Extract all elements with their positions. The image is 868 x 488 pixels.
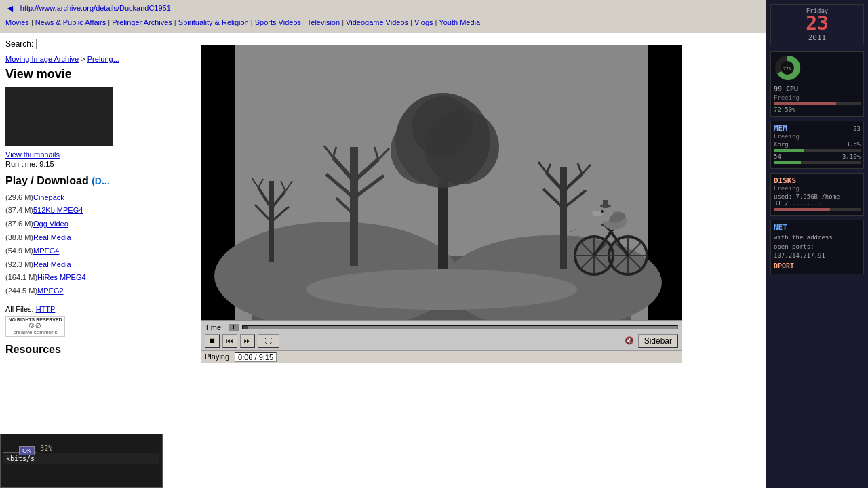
breadcrumb-sep: > (81, 55, 87, 63)
creative-commons-badge: NO RIGHTS RESERVED ©∅ creative commons (5, 316, 65, 337)
disks-title: DISKS (774, 176, 796, 185)
url-bar-row: ◄ http://www.archive.org/details/Duckand… (0, 1, 766, 15)
video-area: Time: ⏸ ⏹ ⏮ ⏭ ⛶ (201, 39, 761, 356)
page-title: View movie (5, 67, 195, 81)
progress-row: Time: ⏸ (205, 323, 678, 331)
list-item: (37.6 M)Ogg Video (5, 218, 195, 231)
search-row: Search: (5, 39, 195, 49)
list-item: (164.1 M)HiRes MPEG4 (5, 271, 195, 285)
download-links-list: (29.6 M)Cinepack (37.4 M)512Kb MPEG4 (37… (5, 191, 195, 298)
list-item: (38.8 M)Real Media (5, 231, 195, 245)
mem-bar-1 (774, 149, 861, 152)
realmedia-2-link[interactable]: Real Media (33, 260, 71, 268)
controls-right: 🔇 Sidebar (625, 334, 678, 348)
nav-videogame[interactable]: Videogame Videos (346, 18, 408, 26)
nav-spirituality[interactable]: Spirituality & Religion (178, 18, 249, 26)
cc-no-rights: NO RIGHTS RESERVED (8, 317, 62, 322)
mpeg2-link[interactable]: MPEG2 (37, 287, 64, 295)
nav-prelinger[interactable]: Prelinger Archives (112, 18, 172, 26)
mem-bar-2 (774, 161, 861, 164)
svg-point-61 (601, 210, 604, 213)
nav-sports[interactable]: Sports Videos (255, 18, 301, 26)
http-link[interactable]: HTTP (36, 305, 56, 313)
video-player: Time: ⏸ ⏹ ⏮ ⏭ ⛶ (201, 45, 682, 320)
cpu-section: 72% 99 CPU Freeing 72.50% (770, 51, 864, 117)
cpu-title: 99 CPU (774, 85, 861, 93)
svg-point-30 (412, 96, 473, 157)
playing-label: Playing (205, 352, 229, 362)
video-svg (201, 45, 682, 320)
cpu-value: 72.50% (774, 106, 861, 113)
disk-bar (774, 208, 861, 211)
nav-youth[interactable]: Youth Media (439, 18, 480, 26)
progress-fill (243, 326, 247, 329)
terminal-line-1: ________ ________ (3, 437, 159, 445)
list-item: (37.4 M)512Kb MPEG4 (5, 204, 195, 218)
browser-area: ◄ http://www.archive.org/details/Duckand… (0, 0, 766, 488)
url-display: http://www.archive.org/details/DuckandC1… (20, 4, 171, 12)
list-item: (92.3 M)Real Media (5, 258, 195, 272)
mpeg4-link[interactable]: MPEG4 (33, 247, 60, 255)
video-frame[interactable] (201, 45, 682, 320)
svg-rect-31 (560, 167, 567, 269)
next-frame-button[interactable]: ⏭ (240, 334, 255, 348)
realmedia-1-link[interactable]: Real Media (33, 233, 71, 241)
back-button[interactable]: ◄ (5, 3, 15, 14)
sidebar-button[interactable]: Sidebar (638, 334, 678, 348)
cpu-subtitle: Freeing (774, 94, 861, 101)
time-label: Time: (205, 323, 223, 331)
system-panel: Friday 23 2011 72% 99 CPU Freeing 72.50%… (766, 0, 868, 488)
top-nav: ◄ http://www.archive.org/details/Duckand… (0, 0, 766, 33)
svg-text:72%: 72% (783, 66, 792, 72)
cc-icons: ©∅ (29, 322, 41, 329)
list-item: (54.9 M)MPEG4 (5, 245, 195, 258)
terminal-input-text: kbits/s (6, 455, 35, 462)
search-label: Search: (5, 39, 33, 49)
cpu-chart: 72% (774, 54, 801, 81)
time-display: 0:06 / 9:15 (235, 352, 277, 362)
breadcrumb-prelinger[interactable]: Prelung... (87, 55, 119, 63)
progress-bar[interactable] (242, 325, 678, 329)
nav-movies[interactable]: Movies (5, 18, 29, 26)
hires-mpeg4-link[interactable]: HiRes MPEG4 (37, 273, 86, 281)
breadcrumb: Moving Image Archive > Prelung... (5, 55, 195, 63)
mpeg4-512kb-link[interactable]: 512Kb MPEG4 (33, 206, 83, 214)
page-content: Search: Moving Image Archive > Prelung..… (0, 33, 766, 361)
video-controls-bar: Time: ⏸ ⏹ ⏮ ⏭ ⛶ (201, 320, 682, 350)
cc-label: creative commons (14, 329, 58, 336)
pause-icon-small[interactable]: ⏸ (229, 324, 239, 331)
net-info: with the address open ports: 107.214.217… (774, 233, 861, 271)
runtime-display: Run time: 9:15 (5, 160, 195, 168)
cinepack-link[interactable]: Cinepack (33, 193, 64, 201)
view-thumbnails-link[interactable]: View thumbnails (5, 150, 195, 159)
cpu-bar (774, 102, 861, 105)
controls-left: ⏹ ⏮ ⏭ ⛶ (205, 334, 279, 348)
dport-label: DPORT (774, 261, 861, 271)
disk-subtitle: Freeing (774, 185, 861, 192)
clock-date: 23 (774, 14, 861, 33)
list-item: (29.6 M)Cinepack (5, 191, 195, 205)
download-link[interactable]: (D... (92, 176, 109, 186)
play-download-title: Play / Download (D... (5, 175, 195, 187)
search-input[interactable] (36, 39, 117, 49)
mem-title: MEM (774, 124, 787, 133)
mem-num: 23 (853, 125, 861, 132)
clock-year: 2011 (774, 33, 861, 42)
nav-news[interactable]: News & Public Affairs (35, 18, 106, 26)
ok-badge: OK (19, 446, 35, 455)
ogg-link[interactable]: Ogg Video (33, 220, 68, 228)
prev-frame-button[interactable]: ⏮ (222, 334, 237, 348)
nav-links-bar: Movies | News & Public Affairs | Preling… (0, 15, 766, 31)
all-files-row: All Files: HTTP (5, 305, 195, 313)
fullscreen-button[interactable]: ⛶ (258, 334, 279, 348)
resources-title: Resources (5, 344, 195, 356)
left-sidebar: Search: Moving Image Archive > Prelung..… (5, 39, 195, 356)
clock-widget: Friday 23 2011 (770, 4, 864, 45)
mute-button[interactable]: 🔇 (625, 336, 634, 345)
nav-television[interactable]: Television (307, 18, 340, 26)
stop-button[interactable]: ⏹ (205, 334, 220, 348)
mem-section: MEM 23 Freeing Xorg 3.5% 54 3.10% (770, 121, 864, 169)
disk-used: used: 7.95GB /home 31 / ........ (774, 193, 861, 207)
nav-vlogs[interactable]: Vlogs (414, 18, 433, 26)
breadcrumb-moving-image[interactable]: Moving Image Archive (5, 55, 79, 63)
